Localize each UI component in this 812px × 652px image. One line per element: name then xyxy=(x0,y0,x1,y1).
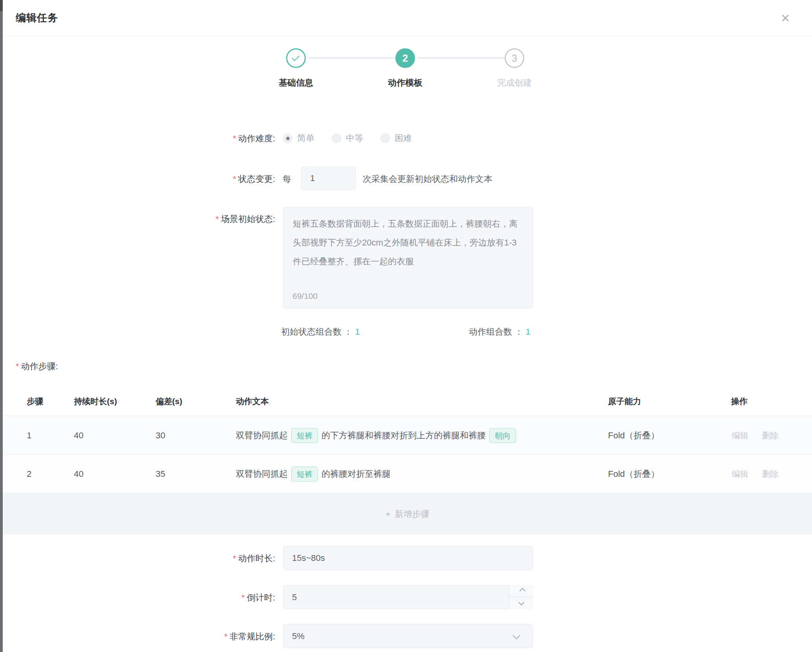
action-duration-input[interactable]: 15s~80s xyxy=(283,546,533,570)
countdown-input[interactable]: 5 xyxy=(283,585,533,609)
state-change-label: *状态变更: xyxy=(3,173,275,185)
required-asterisk: * xyxy=(215,214,219,224)
object-tag: 短裤 xyxy=(291,467,318,482)
row2-atomic-ability: Fold（折叠） xyxy=(608,455,660,493)
countdown-row: *倒计时: 5 xyxy=(3,585,812,609)
stepper-connector xyxy=(308,57,395,59)
initial-state-combo-value: 1 xyxy=(355,327,360,337)
action-duration-row: *动作时长: 15s~80s xyxy=(3,546,812,570)
header-atomic-ability: 原子能力 xyxy=(608,387,641,416)
row1-action-text: 双臂协同抓起 短裤 的下方裤腿和裤腰对折到上方的裤腿和裤腰 朝向 xyxy=(236,416,605,455)
required-asterisk: * xyxy=(233,553,236,563)
number-spinner xyxy=(509,585,533,609)
step-1-circle-done xyxy=(286,48,306,68)
radio-hard-circle[interactable] xyxy=(380,134,390,143)
radio-medium-label: 中等 xyxy=(346,132,363,144)
row2-step: 2 xyxy=(27,455,31,493)
scene-initial-state-row: *场景初始状态: 短裤五条数据背面朝上，五条数据正面朝上，裤腰朝右，离头部视野下… xyxy=(3,207,812,308)
action-combo-value: 1 xyxy=(525,327,530,337)
required-asterisk: * xyxy=(224,632,228,641)
step-3-number: 3 xyxy=(512,53,517,64)
header-operation: 操作 xyxy=(731,387,748,416)
required-asterisk: * xyxy=(233,134,236,143)
difficulty-label: *动作难度: xyxy=(3,133,275,145)
combo-counts-row: 初始状态组合数 ：1 动作组合数 ：1 xyxy=(3,326,812,339)
row1-delete-link[interactable]: 删除 xyxy=(762,416,779,455)
orientation-tag: 朝向 xyxy=(489,428,516,443)
check-icon xyxy=(292,53,299,61)
header-deviation: 偏差(s) xyxy=(156,387,182,416)
step-2-circle-active: 2 xyxy=(395,48,415,68)
table-row: 2 40 35 双臂协同抓起 短裤 的裤腰对折至裤腿 Fold（折叠） 编辑 删… xyxy=(3,455,812,493)
row1-atomic-ability: Fold（折叠） xyxy=(608,416,660,455)
table-footer: + 新增步骤 xyxy=(3,493,812,535)
required-asterisk: * xyxy=(241,593,245,603)
difficulty-row: *动作难度: 简单 中等 困难 xyxy=(3,130,812,147)
radio-easy-label: 简单 xyxy=(297,132,314,144)
row2-edit-link[interactable]: 编辑 xyxy=(732,455,748,493)
radio-hard-label: 困难 xyxy=(395,132,412,144)
table-header-row: 步骤 持续时长(s) 偏差(s) 动作文本 原子能力 操作 xyxy=(3,387,812,416)
radio-hard[interactable]: 困难 xyxy=(380,132,412,144)
chevron-up-icon xyxy=(519,588,525,594)
object-tag: 短裤 xyxy=(291,428,318,443)
header-duration: 持续时长(s) xyxy=(74,387,117,416)
row1-duration: 40 xyxy=(74,416,83,455)
state-change-input[interactable]: 1 xyxy=(301,167,356,190)
close-icon[interactable]: × xyxy=(776,9,795,27)
unusual-ratio-label: *非常规比例: xyxy=(3,631,275,643)
difficulty-radio-group: 简单 中等 困难 xyxy=(283,130,412,147)
chevron-down-icon xyxy=(518,599,524,605)
row2-action-text: 双臂协同抓起 短裤 的裤腰对折至裤腿 xyxy=(236,455,605,493)
spinner-increase-button[interactable] xyxy=(509,585,533,597)
dialog-title: 编辑任务 xyxy=(16,11,58,25)
step-1-label: 基础信息 xyxy=(253,77,339,89)
header-step: 步骤 xyxy=(27,387,43,416)
dialog-header: 编辑任务 × xyxy=(3,0,812,36)
row2-delete-link[interactable]: 删除 xyxy=(762,455,779,493)
radio-medium-circle[interactable] xyxy=(332,134,341,143)
row1-edit-link[interactable]: 编辑 xyxy=(732,416,748,455)
table-row: 1 40 30 双臂协同抓起 短裤 的下方裤腿和裤腰对折到上方的裤腿和裤腰 朝向… xyxy=(3,416,812,455)
step-2-label: 动作模板 xyxy=(362,77,448,89)
initial-state-combo-count: 初始状态组合数 ：1 xyxy=(281,326,360,338)
edit-task-screen: 编辑任务 × 2 3 基础信息 动作模板 完成创建 *动作难度: xyxy=(0,0,812,652)
action-duration-label: *动作时长: xyxy=(3,553,275,564)
row1-step: 1 xyxy=(27,416,31,455)
textarea-char-counter: 69/100 xyxy=(292,291,318,301)
row2-deviation: 35 xyxy=(156,455,165,493)
unusual-ratio-select[interactable]: 5% xyxy=(283,624,533,648)
page-backdrop-strip xyxy=(0,0,3,652)
required-asterisk: * xyxy=(233,174,236,184)
header-action-text: 动作文本 xyxy=(236,387,605,416)
edit-task-dialog: 编辑任务 × 2 3 基础信息 动作模板 完成创建 *动作难度: xyxy=(3,0,812,652)
state-change-row: *状态变更: 每 1 次采集会更新初始状态和动作文本 xyxy=(3,167,812,191)
radio-medium[interactable]: 中等 xyxy=(332,132,363,144)
step-3-label: 完成创建 xyxy=(471,77,558,89)
scene-initial-state-textarea[interactable]: 短裤五条数据背面朝上，五条数据正面朝上，裤腰朝右，离头部视野下方至少20cm之外… xyxy=(283,207,533,308)
unusual-ratio-row: *非常规比例: 5% xyxy=(3,624,812,648)
radio-easy-circle[interactable] xyxy=(283,134,292,143)
row1-deviation: 30 xyxy=(156,416,165,455)
plus-icon: + xyxy=(385,509,391,520)
action-combo-count: 动作组合数 ：1 xyxy=(469,326,530,338)
countdown-label: *倒计时: xyxy=(3,592,275,604)
spinner-decrease-button[interactable] xyxy=(509,597,533,609)
required-asterisk: * xyxy=(16,361,19,371)
row2-duration: 40 xyxy=(74,455,83,493)
step-2-number: 2 xyxy=(402,52,408,64)
step-3-circle-pending: 3 xyxy=(505,48,524,68)
add-step-button[interactable]: + 新增步骤 xyxy=(385,508,429,520)
scene-initial-state-label: *场景初始状态: xyxy=(3,213,275,225)
action-steps-section-label: *动作步骤: xyxy=(16,361,58,372)
state-change-prefix: 每 xyxy=(283,173,291,185)
stepper-connector xyxy=(417,57,505,59)
radio-easy[interactable]: 简单 xyxy=(283,132,314,144)
state-change-suffix: 次采集会更新初始状态和动作文本 xyxy=(363,173,492,185)
